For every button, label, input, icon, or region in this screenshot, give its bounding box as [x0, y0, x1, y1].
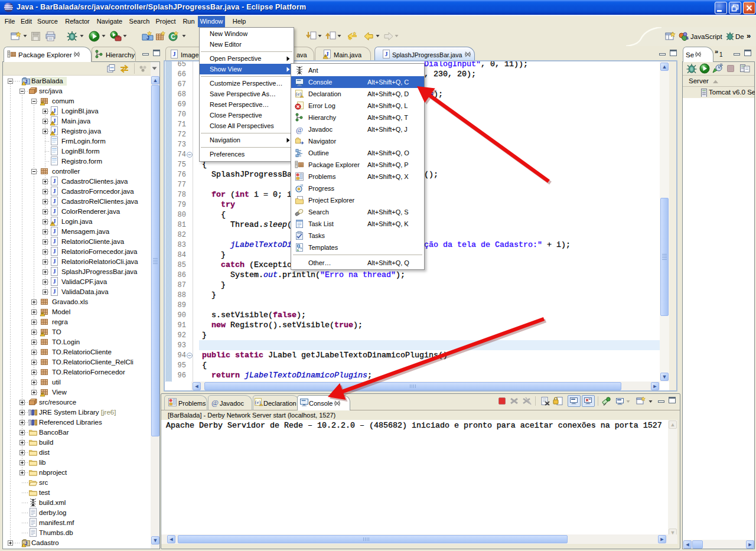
- svg-text:J: J: [53, 248, 56, 255]
- svg-text:s: s: [686, 35, 689, 41]
- svg-text:J: J: [53, 208, 56, 214]
- svg-text:J: J: [53, 258, 56, 265]
- svg-text:(e): (e): [296, 91, 302, 97]
- svg-text:J: J: [385, 51, 388, 57]
- svg-text:J: J: [173, 51, 176, 57]
- svg-text:J: J: [53, 268, 56, 275]
- svg-text:J: J: [53, 278, 56, 285]
- svg-text:@: @: [211, 398, 219, 407]
- svg-text:(e): (e): [255, 399, 261, 405]
- svg-text:J: J: [53, 198, 56, 204]
- svg-text:J: J: [53, 228, 56, 234]
- svg-text:J: J: [146, 35, 149, 41]
- svg-text:J: J: [53, 238, 56, 244]
- svg-text:J: J: [53, 288, 56, 295]
- svg-text:J: J: [53, 178, 56, 184]
- svg-text:J: J: [53, 188, 56, 194]
- svg-text:@: @: [296, 125, 303, 134]
